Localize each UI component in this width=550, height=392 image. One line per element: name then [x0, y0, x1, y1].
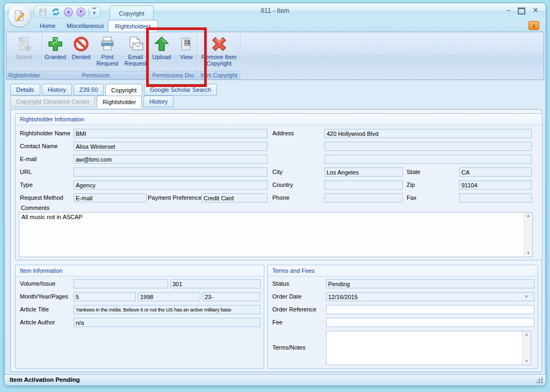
groupbox-title: Item Information	[16, 265, 264, 277]
pages-field[interactable]	[202, 292, 260, 301]
tab-copyright-history[interactable]: History	[143, 96, 173, 107]
remove-x-icon	[210, 35, 228, 53]
ribbon-tab-strip: Home Miscellaneous Rightsholders i	[4, 20, 546, 32]
address3-field[interactable]	[324, 155, 532, 164]
comments-textarea[interactable]: All music not in ASCAP ▲ ▼	[19, 212, 533, 257]
terms-and-fees-groupbox: Terms and Fees Status Order Date ▼ Order…	[267, 265, 538, 369]
print-request-button[interactable]: Print Request	[94, 34, 121, 68]
copyright-rightsholder-panel: Rightsholder Information Rightsholder Na…	[10, 109, 542, 372]
order-reference-label: Order Reference	[272, 305, 316, 314]
printer-icon	[99, 35, 116, 53]
window-title: 611 - Item	[4, 7, 546, 14]
titlebar[interactable]: ▲ ▼ ▔▾ Copyright 611 - Item – ✕	[4, 3, 546, 20]
scroll-up-arrow-icon[interactable]: ▲	[525, 332, 529, 337]
terms-notes-scrollbar[interactable]: ▲ ▼	[522, 331, 531, 365]
address-field[interactable]	[324, 129, 532, 138]
fax-field[interactable]	[459, 193, 532, 202]
zip-field[interactable]	[459, 180, 532, 190]
comments-text: All music not in ASCAP	[21, 214, 522, 221]
article-title-field[interactable]	[74, 305, 260, 314]
request-method-field[interactable]	[74, 193, 147, 202]
tab-copyright-clearance-center[interactable]: Copyright Clearance Center	[10, 96, 95, 107]
ribbon: Select Rightsholder Granted	[6, 32, 544, 80]
granted-plus-icon	[47, 35, 64, 53]
volume-issue-label: Volume/Issue	[20, 279, 55, 288]
close-button[interactable]: ✕	[533, 6, 538, 14]
address2-field[interactable]	[324, 142, 532, 151]
tab-miscellaneous[interactable]: Miscellaneous	[60, 20, 111, 32]
fee-label: Fee	[272, 318, 283, 326]
select-rightsholder-icon	[16, 35, 33, 53]
contact-name-field[interactable]	[74, 142, 267, 151]
desktop: ▲ ▼ ▔▾ Copyright 611 - Item – ✕ Home Mis…	[0, 0, 550, 392]
address-label: Address	[272, 129, 294, 137]
state-label: State	[407, 168, 421, 176]
terms-notes-label: Terms/Notes	[272, 343, 306, 352]
select-button[interactable]: Select	[13, 34, 35, 61]
minimize-button[interactable]: –	[506, 6, 510, 14]
ribbon-group-permission: Granted Denied	[42, 32, 150, 79]
maximize-button[interactable]	[518, 8, 525, 14]
tab-home[interactable]: Home	[33, 20, 62, 32]
info-badge-icon[interactable]: i	[529, 21, 539, 30]
phone-field[interactable]	[324, 193, 403, 202]
fee-field[interactable]	[326, 318, 534, 327]
ribbon-group-rightsholder: Select Rightsholder	[6, 32, 42, 79]
rightsholder-information-groupbox: Rightsholder Information Rightsholder Na…	[15, 113, 542, 260]
status-text: Item Activation Pending	[10, 376, 80, 383]
scroll-down-arrow-icon[interactable]: ▼	[526, 251, 531, 256]
comments-label: Comments	[21, 204, 49, 212]
order-date-field[interactable]	[326, 292, 534, 301]
window-controls: – ✕	[506, 6, 538, 14]
request-method-label: Request Method	[20, 193, 63, 202]
url-label: URL	[20, 168, 32, 176]
article-author-label: Article Author	[20, 318, 55, 326]
granted-button[interactable]: Granted	[42, 34, 68, 61]
email-field[interactable]	[74, 155, 267, 164]
payment-preference-label: Payment Preference	[148, 193, 201, 202]
tab-rightsholder[interactable]: Rightsholder	[97, 96, 142, 108]
year-field[interactable]	[138, 292, 200, 301]
article-title-label: Article Title	[20, 305, 49, 314]
resize-grip[interactable]	[537, 377, 543, 383]
month-year-pages-label: Month/Year/Pages	[20, 292, 68, 301]
document-pencil-icon	[13, 9, 26, 22]
rightsholder-name-field[interactable]	[74, 129, 267, 138]
highlight-rectangle	[146, 27, 207, 87]
url-field[interactable]	[74, 168, 267, 177]
volume-field[interactable]	[74, 279, 168, 288]
country-label: Country	[272, 180, 293, 189]
app-menu-button[interactable]	[9, 5, 30, 26]
city-label: City	[272, 168, 283, 176]
rightsholder-name-label: Rightsholder Name	[20, 129, 70, 137]
city-field[interactable]	[324, 168, 403, 177]
tab-details[interactable]: Details	[10, 84, 40, 96]
contact-name-label: Contact Name	[20, 142, 57, 150]
item-information-groupbox: Item Information Volume/Issue Month/Year…	[15, 265, 264, 369]
denied-button[interactable]: Denied	[69, 34, 93, 61]
scroll-down-arrow-icon[interactable]: ▼	[525, 359, 529, 364]
ribbon-group-label: Rightsholder	[6, 71, 42, 79]
scroll-up-arrow-icon[interactable]: ▲	[526, 214, 531, 218]
email-request-button[interactable]: Email Request	[122, 34, 149, 68]
state-field[interactable]	[459, 168, 532, 177]
terms-notes-textarea[interactable]: ▲ ▼	[326, 331, 531, 365]
article-author-field[interactable]	[74, 318, 260, 327]
status-field[interactable]	[326, 279, 534, 288]
order-date-label: Order Date	[272, 292, 301, 301]
sub-tab-strip: Copyright Clearance Center Rightsholder …	[10, 96, 173, 107]
type-label: Type	[20, 180, 33, 189]
payment-preference-field[interactable]	[201, 193, 267, 202]
fax-label: Fax	[407, 193, 416, 202]
tab-copyright[interactable]: Copyright	[105, 84, 142, 96]
tab-z3950[interactable]: Z39.50	[74, 84, 104, 96]
tab-history[interactable]: History	[42, 84, 72, 96]
country-field[interactable]	[324, 180, 403, 190]
app-window: ▲ ▼ ▔▾ Copyright 611 - Item – ✕ Home Mis…	[4, 3, 546, 386]
comments-scrollbar[interactable]: ▲ ▼	[524, 213, 532, 257]
order-reference-field[interactable]	[326, 305, 534, 314]
issue-field[interactable]	[170, 279, 260, 288]
month-field[interactable]	[74, 292, 136, 301]
order-date-dropdown-icon[interactable]: ▼	[523, 292, 530, 301]
type-field[interactable]	[74, 180, 267, 190]
